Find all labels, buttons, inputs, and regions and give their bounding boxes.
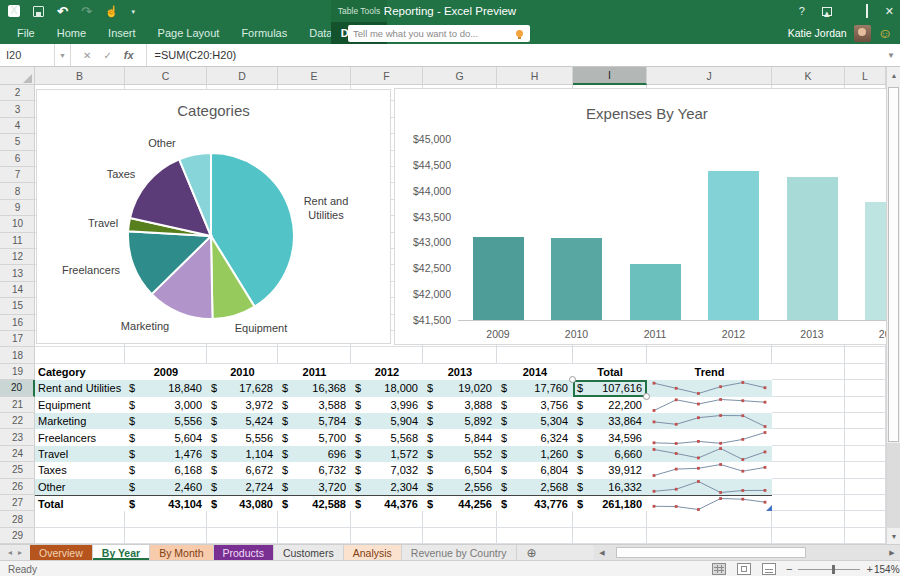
- row-header-10[interactable]: 10: [0, 216, 35, 232]
- bar-chart[interactable]: Expenses By Year$45,000$44,500$44,000$43…: [394, 88, 886, 345]
- sheet-nav-right-icon[interactable]: ▸: [18, 548, 22, 557]
- header-year-2009[interactable]: 2009: [125, 364, 207, 380]
- cell-total[interactable]: $34,596: [573, 429, 647, 445]
- header-category[interactable]: Category: [35, 364, 125, 380]
- cell-total-label[interactable]: Total: [35, 496, 125, 511]
- sheet-tab-analysis[interactable]: Analysis: [344, 545, 402, 560]
- cell-value[interactable]: $16,368: [278, 380, 351, 396]
- zoom-level[interactable]: 154%: [874, 561, 900, 576]
- row-header-5[interactable]: 5: [0, 134, 35, 150]
- cell-category[interactable]: Freelancers: [35, 429, 125, 445]
- trend-sparkline[interactable]: [647, 413, 772, 429]
- row-header-25[interactable]: 25: [0, 462, 35, 478]
- column-header-K[interactable]: K: [772, 67, 845, 85]
- cell-value[interactable]: $5,604: [125, 429, 207, 445]
- row-header-27[interactable]: 27: [0, 495, 35, 511]
- cell-value[interactable]: $1,572: [351, 446, 423, 462]
- row-header-26[interactable]: 26: [0, 479, 35, 495]
- cell-value[interactable]: $2,460: [125, 479, 207, 495]
- cell-value[interactable]: $18,840: [125, 380, 207, 396]
- cell-value[interactable]: $3,588: [278, 397, 351, 413]
- cell-value[interactable]: $5,568: [351, 429, 423, 445]
- cell-value[interactable]: $5,304: [497, 413, 573, 429]
- trend-sparkline[interactable]: [647, 429, 772, 445]
- name-box[interactable]: I20: [0, 44, 55, 66]
- row-header-2[interactable]: 2: [0, 85, 35, 101]
- cell-value[interactable]: $2,304: [351, 479, 423, 495]
- cell-category[interactable]: Rent and Utilities: [35, 380, 125, 396]
- bar-2010[interactable]: [551, 238, 602, 320]
- row-header-11[interactable]: 11: [0, 233, 35, 249]
- cell-value[interactable]: $6,324: [497, 429, 573, 445]
- cell-category[interactable]: Travel: [35, 446, 125, 462]
- feedback-smiley-icon[interactable]: ☺: [878, 26, 892, 40]
- header-total[interactable]: Total: [573, 364, 647, 380]
- bar-2014[interactable]: [865, 202, 886, 320]
- column-header-L[interactable]: L: [845, 67, 886, 85]
- cell-value[interactable]: $5,424: [207, 413, 278, 429]
- header-year-2011[interactable]: 2011: [278, 364, 351, 380]
- selected-cell-outline[interactable]: [573, 380, 647, 396]
- row-header-18[interactable]: 18: [0, 347, 35, 363]
- table-resize-handle[interactable]: [766, 505, 772, 511]
- redo-icon[interactable]: ↷: [81, 5, 92, 18]
- cancel-icon[interactable]: ✕: [83, 50, 91, 61]
- header-year-2014[interactable]: 2014: [497, 364, 573, 380]
- trend-sparkline[interactable]: [647, 446, 772, 462]
- customize-quick-access-icon[interactable]: ▾: [132, 8, 136, 15]
- cell-value[interactable]: $3,000: [125, 397, 207, 413]
- restore-icon[interactable]: [866, 4, 868, 18]
- cell-total[interactable]: $39,912: [573, 462, 647, 478]
- cell-value[interactable]: $5,700: [278, 429, 351, 445]
- vertical-scrollbar[interactable]: ▲ ▼: [886, 67, 900, 544]
- cell-value[interactable]: $6,504: [423, 462, 497, 478]
- undo-icon[interactable]: ↶: [57, 5, 68, 18]
- cell-total[interactable]: $22,200: [573, 397, 647, 413]
- pie-chart[interactable]: CategoriesRent and UtilitiesEquipmentMar…: [36, 89, 391, 344]
- cell-value[interactable]: $3,888: [423, 397, 497, 413]
- tell-me-input[interactable]: Tell me what you want to do...: [348, 25, 530, 42]
- cell-value[interactable]: $3,720: [278, 479, 351, 495]
- cell-total-value[interactable]: $43,080: [207, 496, 278, 511]
- zoom-slider-handle[interactable]: [832, 565, 835, 574]
- cell-value[interactable]: $18,000: [351, 380, 423, 396]
- cell-value[interactable]: $552: [423, 446, 497, 462]
- bar-2009[interactable]: [473, 237, 524, 320]
- row-header-4[interactable]: 4: [0, 118, 35, 134]
- row-header-24[interactable]: 24: [0, 446, 35, 462]
- cell-category[interactable]: Marketing: [35, 413, 125, 429]
- scroll-up-icon[interactable]: ▲: [887, 67, 900, 83]
- trend-sparkline[interactable]: [647, 462, 772, 478]
- header-year-2013[interactable]: 2013: [423, 364, 497, 380]
- sheet-tab-by-month[interactable]: By Month: [150, 545, 213, 560]
- enter-icon[interactable]: ✓: [103, 50, 111, 61]
- touch-mode-icon[interactable]: ☝: [105, 6, 119, 17]
- cell-value[interactable]: $5,904: [351, 413, 423, 429]
- selection-handle-bottom-right[interactable]: [643, 393, 650, 400]
- cell-category[interactable]: Other: [35, 479, 125, 495]
- expand-formula-bar-icon[interactable]: ▼: [882, 51, 900, 60]
- insert-function-icon[interactable]: fx: [124, 49, 134, 61]
- header-year-2010[interactable]: 2010: [207, 364, 278, 380]
- column-header-E[interactable]: E: [278, 67, 351, 85]
- scroll-left-icon[interactable]: ◀: [594, 545, 610, 561]
- cell-value[interactable]: $696: [278, 446, 351, 462]
- normal-view-icon[interactable]: [712, 563, 726, 575]
- row-header-3[interactable]: 3: [0, 101, 35, 117]
- cell-value[interactable]: $2,556: [423, 479, 497, 495]
- sheet-grid[interactable]: CategoriesRent and UtilitiesEquipmentMar…: [35, 85, 886, 544]
- cell-value[interactable]: $5,556: [207, 429, 278, 445]
- sheet-tab-customers[interactable]: Customers: [274, 545, 344, 560]
- sheet-tab-overview[interactable]: Overview: [30, 545, 93, 560]
- formula-input[interactable]: =SUM(C20:H20): [147, 49, 882, 61]
- cell-value[interactable]: $1,476: [125, 446, 207, 462]
- cell-total-value[interactable]: $43,776: [497, 496, 573, 511]
- close-icon[interactable]: ✕: [885, 6, 894, 17]
- select-all-button[interactable]: [0, 67, 35, 85]
- row-header-16[interactable]: 16: [0, 315, 35, 331]
- cell-value[interactable]: $5,556: [125, 413, 207, 429]
- cell-value[interactable]: $3,996: [351, 397, 423, 413]
- vertical-scroll-thumb[interactable]: [888, 87, 899, 442]
- tab-file[interactable]: File: [6, 22, 46, 44]
- row-header-21[interactable]: 21: [0, 397, 35, 413]
